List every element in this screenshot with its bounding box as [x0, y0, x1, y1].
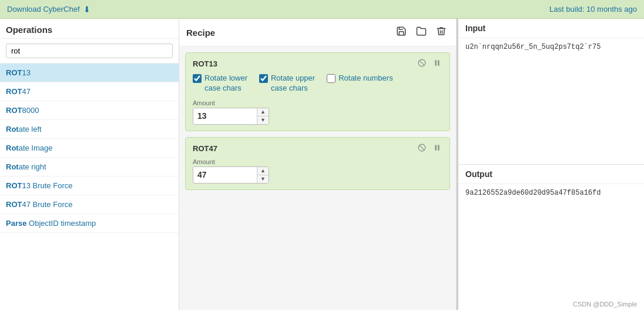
- op-header: ROT47: [193, 144, 442, 154]
- last-build: Last build: 10 months ago: [549, 5, 637, 14]
- svg-line-5: [420, 145, 424, 150]
- amount-field: Amount▲▼: [193, 99, 269, 125]
- sidebar-item-parse-objectid[interactable]: Parse ObjectID timestamp: [0, 214, 179, 233]
- checkbox-input-upper[interactable]: [259, 74, 268, 83]
- sidebar-search: [0, 39, 179, 64]
- sidebar-item-rot13-brute[interactable]: ROT13 Brute Force: [0, 176, 179, 195]
- output-section: Output 9a2126552a9de60d20d95a47f85a16fd …: [458, 165, 644, 310]
- checkbox-label-lower: Rotate lowercase chars: [204, 74, 247, 94]
- sidebar-item-rotate-left[interactable]: Rotate left: [0, 120, 179, 139]
- output-watermark: CSDN @DDD_Simple: [458, 298, 644, 310]
- download-icon: ⬇: [83, 5, 90, 14]
- op-controls: [417, 144, 442, 154]
- op-disable-button[interactable]: [417, 59, 427, 69]
- main-layout: Operations ROT13ROT47ROT8000Rotate leftR…: [0, 19, 644, 310]
- amount-field: Amount▲▼: [193, 158, 269, 184]
- op-header: ROT13: [193, 59, 442, 69]
- top-bar-left: Download CyberChef ⬇: [7, 5, 90, 14]
- recipe-toolbar: [394, 25, 449, 40]
- top-bar: Download CyberChef ⬇ Last build: 10 mont…: [0, 0, 644, 19]
- amount-input-wrap: ▲▼: [193, 166, 269, 184]
- svg-line-1: [420, 61, 424, 65]
- sidebar-list: ROT13ROT47ROT8000Rotate leftRotate Image…: [0, 64, 179, 310]
- svg-rect-7: [438, 145, 439, 150]
- svg-rect-6: [435, 145, 437, 150]
- amount-spinners: ▲▼: [257, 108, 269, 124]
- sidebar-item-rot13[interactable]: ROT13: [0, 64, 179, 82]
- amount-label: Amount: [193, 158, 269, 165]
- clear-button[interactable]: [434, 25, 449, 40]
- spinner-up-button[interactable]: ▲: [257, 108, 269, 116]
- checkbox-label-upper: Rotate uppercase chars: [271, 74, 315, 94]
- spinner-down-button[interactable]: ▼: [257, 175, 269, 183]
- checkbox-input-lower[interactable]: [193, 74, 202, 83]
- operation-card-rot47-op: ROT47Amount▲▼: [185, 137, 450, 190]
- sidebar-item-rotate-image[interactable]: Rotate Image: [0, 139, 179, 158]
- sidebar-item-rot47-brute[interactable]: ROT47 Brute Force: [0, 195, 179, 214]
- amount-input[interactable]: [193, 167, 257, 182]
- checkbox-input-numbers[interactable]: [327, 74, 336, 83]
- amount-label: Amount: [193, 99, 269, 106]
- op-title: ROT47: [193, 144, 217, 153]
- checkbox-upper[interactable]: Rotate uppercase chars: [259, 74, 315, 94]
- checkbox-label-numbers: Rotate numbers: [338, 74, 393, 84]
- load-button[interactable]: [414, 25, 429, 40]
- svg-rect-3: [438, 60, 439, 65]
- sidebar-item-rot8000[interactable]: ROT8000: [0, 101, 179, 120]
- op-controls: [417, 59, 442, 69]
- spinner-up-button[interactable]: ▲: [257, 167, 269, 175]
- download-link[interactable]: Download CyberChef: [7, 5, 80, 14]
- amount-spinners: ▲▼: [257, 167, 269, 183]
- spinner-down-button[interactable]: ▼: [257, 116, 269, 124]
- output-header: Output: [458, 165, 644, 184]
- sidebar: Operations ROT13ROT47ROT8000Rotate leftR…: [0, 19, 179, 310]
- op-pause-button[interactable]: [432, 144, 442, 154]
- op-title: ROT13: [193, 59, 217, 68]
- recipe-header: Recipe: [179, 19, 456, 46]
- op-disable-button[interactable]: [417, 144, 427, 154]
- sidebar-header: Operations: [0, 19, 179, 39]
- output-body: 9a2126552a9de60d20d95a47f85a16fd: [458, 184, 644, 298]
- io-panel: Input u2n`nrqqn2u56r_5n_5uq2ps7tq2`r75 O…: [458, 19, 644, 310]
- amount-input[interactable]: [193, 108, 257, 124]
- input-section: Input u2n`nrqqn2u56r_5n_5uq2ps7tq2`r75: [458, 19, 644, 165]
- op-pause-button[interactable]: [432, 59, 442, 69]
- amount-input-wrap: ▲▼: [193, 108, 269, 125]
- recipe-content: ROT13Rotate lowercase charsRotate upperc…: [179, 46, 456, 310]
- search-input[interactable]: [6, 44, 173, 58]
- operation-card-rot13-op: ROT13Rotate lowercase charsRotate upperc…: [185, 52, 450, 131]
- checkbox-numbers[interactable]: Rotate numbers: [327, 74, 393, 94]
- recipe-title: Recipe: [186, 28, 215, 38]
- input-header: Input: [458, 19, 644, 38]
- checkboxes-row: Rotate lowercase charsRotate uppercase c…: [193, 74, 442, 94]
- svg-rect-2: [435, 60, 437, 65]
- save-button[interactable]: [394, 25, 409, 40]
- input-body[interactable]: u2n`nrqqn2u56r_5n_5uq2ps7tq2`r75: [458, 38, 644, 164]
- checkbox-lower[interactable]: Rotate lowercase chars: [193, 74, 247, 94]
- recipe-panel: Recipe: [179, 19, 457, 310]
- sidebar-item-rotate-right[interactable]: Rotate right: [0, 158, 179, 176]
- sidebar-item-rot47[interactable]: ROT47: [0, 82, 179, 101]
